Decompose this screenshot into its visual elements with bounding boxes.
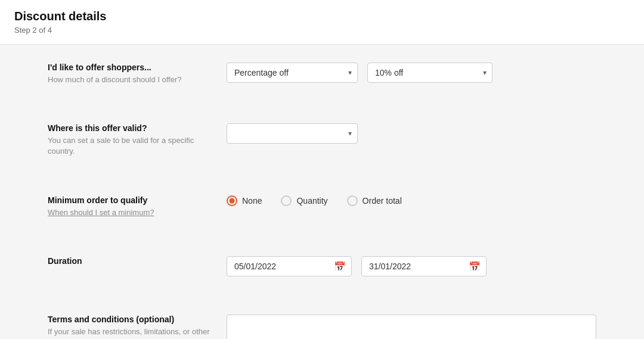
discount-amount-select[interactable]: 5% off 10% off 15% off 20% off 25% off [367,63,493,83]
page-subtitle: Step 2 of 4 [14,26,630,35]
discount-type-wrapper: Percentage off Amount off Free shipping … [227,63,358,83]
duration-row: Duration 📅 📅 [48,256,596,296]
minimum-order-description: When should I set a minimum? [48,207,215,218]
validity-row: Where is this offer valid? You can set a… [48,123,596,176]
terms-input-col: 500 characters remaining [227,315,596,339]
end-date-wrapper: 📅 [361,256,487,276]
offer-row: I'd like to offer shoppers... How much o… [48,63,596,104]
discount-amount-wrapper: 5% off 10% off 15% off 20% off 25% off ▾ [367,63,493,83]
page-title: Discount details [14,10,630,23]
validity-input-col: All countries United States United Kingd… [227,123,596,144]
minimum-order-label: Minimum order to qualify [48,195,215,205]
validity-label-col: Where is this offer valid? You can set a… [48,123,227,157]
minimum-order-link[interactable]: When should I set a minimum? [48,208,154,217]
terms-label: Terms and conditions (optional) [48,315,215,324]
duration-input-col: 📅 📅 [227,256,596,276]
validity-label: Where is this offer valid? [48,123,215,133]
radio-none-label: None [242,196,262,206]
radio-order-total-label: Order total [363,196,402,206]
offer-description: How much of a discount should I offer? [48,74,215,85]
radio-quantity[interactable] [281,195,292,206]
terms-row: Terms and conditions (optional) If your … [48,315,596,339]
start-date-wrapper: 📅 [227,256,352,276]
offer-input-col: Percentage off Amount off Free shipping … [227,63,596,83]
terms-textarea[interactable] [227,315,596,339]
minimum-order-row: Minimum order to qualify When should I s… [48,195,596,237]
radio-none[interactable] [227,195,237,206]
minimum-order-label-col: Minimum order to qualify When should I s… [48,195,227,218]
radio-order-total[interactable] [347,195,358,206]
country-wrapper: All countries United States United Kingd… [227,123,358,144]
duration-label: Duration [48,256,215,266]
minimum-order-input-col: None Quantity Order total [227,195,596,206]
duration-label-col: Duration [48,256,227,268]
validity-description: You can set a sale to be valid for a spe… [48,135,215,157]
discount-type-select[interactable]: Percentage off Amount off Free shipping [227,63,358,83]
form-content: I'd like to offer shoppers... How much o… [0,45,644,339]
radio-option-none[interactable]: None [227,195,262,206]
radio-option-quantity[interactable]: Quantity [281,195,327,206]
end-date-input[interactable] [361,256,487,276]
terms-label-col: Terms and conditions (optional) If your … [48,315,227,339]
page-container: Discount details Step 2 of 4 I'd like to… [0,0,644,339]
radio-quantity-label: Quantity [296,196,327,206]
country-select[interactable]: All countries United States United Kingd… [227,123,358,144]
offer-label-col: I'd like to offer shoppers... How much o… [48,63,227,85]
offer-label: I'd like to offer shoppers... [48,63,215,72]
start-date-input[interactable] [227,256,352,276]
minimum-order-radio-group: None Quantity Order total [227,195,402,206]
terms-description: If your sale has restrictions, limitatio… [48,326,215,339]
radio-option-order-total[interactable]: Order total [347,195,402,206]
terms-textarea-wrapper: 500 characters remaining [227,315,596,339]
page-header: Discount details Step 2 of 4 [0,0,644,45]
